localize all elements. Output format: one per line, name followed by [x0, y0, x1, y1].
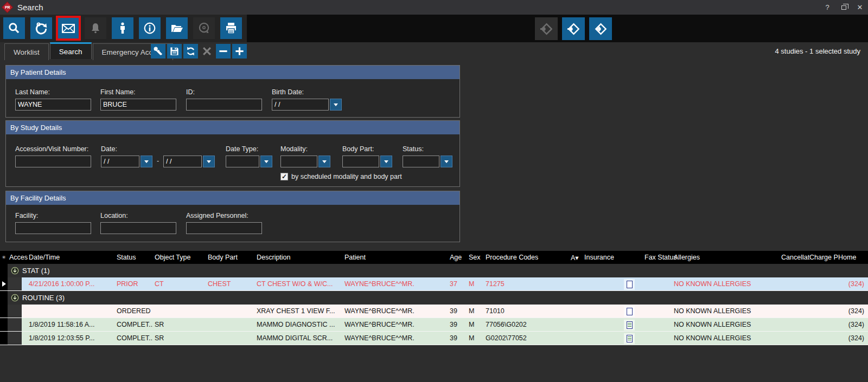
last-name-field[interactable] [15, 99, 91, 111]
cell-allergies: NO KNOWN ALLERGIES [672, 334, 780, 342]
panel-study-details-header: By Study Details [6, 121, 459, 134]
restore-button[interactable] [835, 0, 852, 15]
route-diamond-icon [565, 21, 582, 37]
cell-object-type: SR [153, 334, 206, 342]
tab-search[interactable]: Search [50, 42, 92, 59]
column-header-description[interactable]: Description [255, 254, 343, 261]
body-part-dropdown-button[interactable] [380, 156, 392, 167]
help-button[interactable]: ? [819, 0, 835, 15]
column-header-charge[interactable]: Charge P [808, 254, 837, 261]
group-row[interactable]: STAT (1) [0, 264, 868, 277]
print-button[interactable] [220, 17, 242, 39]
floppy-disk-icon [169, 46, 180, 56]
column-header-cancellation[interactable]: Cancellat [780, 254, 808, 261]
route-study-button-2[interactable] [562, 17, 585, 40]
cell-body-part: CHEST [206, 280, 255, 288]
birth-date-dropdown-button[interactable] [330, 99, 342, 111]
route-study-button-1 [535, 17, 558, 40]
accession-field[interactable] [15, 156, 91, 167]
group-row[interactable]: ROUTINE (3) [0, 291, 868, 305]
cell-document [616, 332, 643, 344]
collapse-all-button[interactable] [216, 44, 231, 59]
document-blank-icon[interactable] [627, 308, 633, 315]
document-report-icon[interactable] [627, 335, 633, 342]
cell-status: ORDERED [115, 307, 153, 315]
table-row[interactable]: ORDEREDXRAY CHEST 1 VIEW F...WAYNE^BRUCE… [0, 305, 868, 318]
tools-button[interactable] [151, 44, 165, 59]
patient-id-label: ID: [186, 88, 195, 96]
column-header-procedure-codes[interactable]: Procedure Codes [484, 254, 565, 261]
restore-icon [841, 5, 846, 10]
reset-search-icon [34, 21, 48, 35]
cell-status: COMPLET... [115, 321, 153, 328]
assigned-personnel-field[interactable] [186, 222, 262, 234]
reset-search-button[interactable] [30, 17, 52, 39]
mail-button[interactable] [58, 17, 79, 39]
date-to-field[interactable] [163, 156, 202, 167]
document-blank-icon[interactable] [627, 281, 633, 288]
cell-sex: M [465, 307, 484, 315]
group-expand-icon[interactable] [11, 294, 19, 302]
group-expand-icon[interactable] [11, 267, 19, 275]
column-header-sort[interactable]: A▾ [565, 254, 583, 262]
date-from-dropdown-button[interactable] [141, 156, 152, 167]
column-header-home[interactable]: Home [837, 254, 867, 261]
facility-field[interactable] [15, 222, 91, 234]
cell-age: 37 [446, 280, 465, 288]
route-study-button-3[interactable] [589, 17, 612, 40]
cell-procedure-codes: G0202\77052 [484, 334, 565, 342]
body-part-field[interactable] [342, 156, 379, 167]
table-row[interactable]: 1/8/2019 12:03:55 P...COMPLET...SRMAMMO … [0, 332, 868, 345]
cell-status: COMPLET... [115, 334, 153, 342]
column-header-date-time[interactable]: Date/Time [22, 254, 115, 261]
column-header-body-part[interactable]: Body Part [206, 254, 255, 261]
main-toolbar [0, 15, 868, 42]
panel-facility-details: By Facility Details Facility: Location: … [5, 191, 460, 242]
status-field[interactable] [403, 156, 439, 167]
modality-dropdown-button[interactable] [318, 156, 330, 167]
patient-id-field[interactable] [186, 99, 262, 111]
date-type-dropdown-button[interactable] [260, 156, 272, 167]
refresh-button[interactable] [183, 44, 198, 59]
cell-status: PRIOR [115, 280, 153, 288]
column-header-access[interactable]: Acces [8, 254, 22, 261]
scheduled-modality-checkbox[interactable]: ✓ [280, 173, 288, 180]
column-header-object-type[interactable]: Object Type [153, 254, 206, 261]
row-gutter2 [8, 277, 22, 290]
date-from-field[interactable] [101, 156, 139, 167]
close-button[interactable]: ✕ [852, 0, 868, 15]
table-row[interactable]: 4/21/2016 1:00:00 P...PRIORCTCHESTCT CHE… [0, 277, 868, 291]
column-header-insurance[interactable]: Insurance [583, 254, 616, 261]
column-header-allergies[interactable]: Allergies [672, 254, 780, 261]
group-label: STAT (1) [22, 267, 50, 275]
document-report-icon[interactable] [627, 321, 633, 329]
location-field[interactable] [100, 222, 176, 234]
open-folder-button[interactable] [166, 17, 188, 39]
chevron-down-icon [384, 160, 388, 163]
chevron-down-icon [144, 160, 149, 163]
birth-date-field[interactable] [272, 99, 329, 111]
expand-all-button[interactable] [232, 44, 247, 59]
table-row[interactable]: 1/8/2019 11:58:16 A...COMPLET...SRMAMMO … [0, 318, 868, 332]
column-header-sex[interactable]: Sex [465, 254, 484, 261]
column-header-patient[interactable]: Patient [343, 254, 446, 261]
date-to-dropdown-button[interactable] [203, 156, 215, 167]
wrench-icon [153, 46, 163, 56]
column-header-age[interactable]: Age [446, 254, 465, 261]
column-header-status[interactable]: Status [115, 254, 153, 261]
scheduled-modality-checkbox-label: by scheduled modality and body part [291, 173, 402, 180]
column-header-fax-status[interactable]: Fax Status [643, 254, 672, 261]
row-gutter [0, 277, 8, 290]
cell-date-time: 1/8/2019 12:03:55 P... [22, 334, 115, 342]
first-name-field[interactable] [100, 99, 176, 111]
cell-procedure-codes: 71010 [484, 307, 565, 315]
date-type-field[interactable] [226, 156, 259, 167]
body-part-label: Body Part: [342, 145, 374, 153]
status-dropdown-button[interactable] [441, 156, 452, 167]
save-button[interactable] [167, 44, 182, 59]
modality-field[interactable] [280, 156, 317, 167]
tab-worklist[interactable]: Worklist [4, 43, 49, 60]
information-button[interactable] [139, 17, 161, 39]
patient-button[interactable] [112, 17, 133, 39]
search-button[interactable] [3, 17, 25, 39]
